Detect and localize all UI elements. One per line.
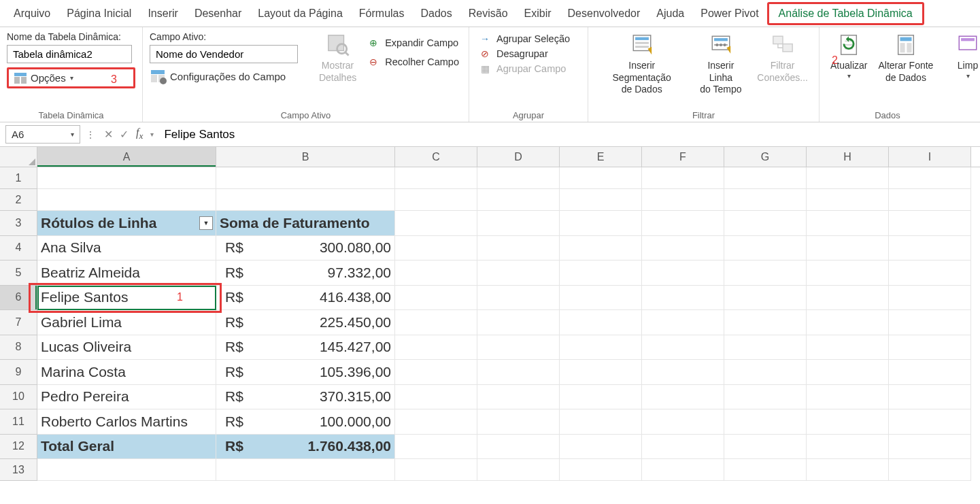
tab-powerpivot[interactable]: Power Pivot bbox=[692, 2, 766, 25]
pivot-row-value[interactable]: R$225.450,00 bbox=[216, 310, 395, 335]
tab-inicio[interactable]: Página Inicial bbox=[58, 2, 139, 25]
cell[interactable] bbox=[889, 286, 971, 311]
cell[interactable] bbox=[807, 261, 889, 286]
tab-exibir[interactable]: Exibir bbox=[516, 2, 560, 25]
pivot-row-name[interactable]: Marina Costa bbox=[37, 360, 216, 385]
cell[interactable] bbox=[395, 435, 477, 460]
cell[interactable] bbox=[37, 459, 216, 481]
pivot-row-value[interactable]: R$300.080,00 bbox=[216, 236, 395, 261]
cell[interactable] bbox=[889, 310, 971, 335]
row-header[interactable]: 4 bbox=[0, 236, 37, 261]
cell[interactable] bbox=[395, 236, 477, 261]
accept-formula-button[interactable]: ✓ bbox=[116, 128, 132, 141]
alterar-fonte-button[interactable]: Alterar Fonte de Dados bbox=[874, 31, 937, 85]
cell[interactable] bbox=[807, 459, 889, 481]
limpar-button[interactable]: Limp ▾ bbox=[962, 31, 973, 82]
cell[interactable] bbox=[477, 310, 560, 335]
col-header-E[interactable]: E bbox=[560, 147, 642, 167]
cell[interactable] bbox=[395, 310, 477, 335]
cell[interactable] bbox=[560, 286, 642, 311]
cell[interactable] bbox=[560, 435, 642, 460]
pivot-row-name[interactable]: Beatriz Almeida bbox=[37, 261, 216, 286]
config-campo-button[interactable]: Configurações do Campo bbox=[150, 67, 287, 85]
cell[interactable] bbox=[807, 236, 889, 261]
cell[interactable] bbox=[889, 261, 971, 286]
pivot-row-value[interactable]: R$97.332,00 bbox=[216, 261, 395, 286]
fx-icon[interactable]: fx bbox=[132, 127, 147, 141]
tab-desenvolvedor[interactable]: Desenvolvedor bbox=[560, 2, 649, 25]
tab-desenhar[interactable]: Desenhar bbox=[186, 2, 250, 25]
cell[interactable] bbox=[724, 286, 807, 311]
cell[interactable] bbox=[724, 409, 807, 435]
col-header-G[interactable]: G bbox=[724, 147, 807, 167]
cell[interactable] bbox=[724, 360, 807, 385]
tab-ajuda[interactable]: Ajuda bbox=[648, 2, 692, 25]
cell[interactable] bbox=[642, 286, 724, 311]
col-header-A[interactable]: A bbox=[37, 147, 216, 167]
pivot-row-name[interactable]: Roberto Carlos Martins bbox=[37, 409, 216, 435]
cell[interactable] bbox=[37, 167, 216, 189]
chevron-down-icon[interactable]: ▾ bbox=[71, 131, 74, 138]
cell[interactable] bbox=[807, 167, 889, 189]
filter-dropdown-button[interactable]: ▼ bbox=[199, 216, 213, 230]
cell[interactable] bbox=[724, 211, 807, 236]
cell[interactable] bbox=[477, 286, 560, 311]
cell[interactable] bbox=[560, 409, 642, 435]
row-header[interactable]: 13 bbox=[0, 459, 37, 481]
row-header[interactable]: 12 bbox=[0, 435, 37, 460]
pivot-header-soma[interactable]: Soma de Faturamento bbox=[216, 211, 395, 236]
cell[interactable] bbox=[724, 189, 807, 211]
pivot-total-label[interactable]: Total Geral bbox=[37, 435, 216, 460]
cell[interactable] bbox=[395, 189, 477, 211]
cell[interactable] bbox=[560, 167, 642, 189]
cell[interactable] bbox=[642, 211, 724, 236]
cell[interactable] bbox=[560, 189, 642, 211]
row-header[interactable]: 8 bbox=[0, 335, 37, 360]
cell[interactable] bbox=[642, 167, 724, 189]
inserir-linha-tempo-button[interactable]: Inserir Linha do Tempo bbox=[691, 31, 750, 97]
row-header[interactable]: 11 bbox=[0, 409, 37, 435]
desagrupar-button[interactable]: ⊘ Desagrupar bbox=[476, 46, 581, 61]
pivot-row-name-selected[interactable]: Felipe Santos bbox=[37, 286, 216, 311]
col-header-I[interactable]: I bbox=[889, 147, 971, 167]
formula-input[interactable] bbox=[157, 125, 975, 144]
pivot-row-value[interactable]: R$100.000,00 bbox=[216, 409, 395, 435]
name-box[interactable]: A6 ▾ bbox=[5, 125, 80, 144]
cell[interactable] bbox=[477, 211, 560, 236]
cell[interactable] bbox=[477, 261, 560, 286]
cell[interactable] bbox=[807, 189, 889, 211]
row-header[interactable]: 3 bbox=[0, 211, 37, 236]
cell[interactable] bbox=[642, 335, 724, 360]
cell[interactable] bbox=[807, 409, 889, 435]
cell[interactable] bbox=[395, 335, 477, 360]
cell[interactable] bbox=[560, 360, 642, 385]
cell[interactable] bbox=[642, 360, 724, 385]
cell[interactable] bbox=[395, 261, 477, 286]
row-header[interactable]: 10 bbox=[0, 385, 37, 410]
cell[interactable] bbox=[477, 189, 560, 211]
cell[interactable] bbox=[216, 167, 395, 189]
cell[interactable] bbox=[395, 459, 477, 481]
cell[interactable] bbox=[477, 409, 560, 435]
cell[interactable] bbox=[724, 236, 807, 261]
inserir-segmentacao-button[interactable]: Inserir Segmentação de Dados bbox=[595, 31, 688, 97]
cell[interactable] bbox=[889, 335, 971, 360]
cell[interactable] bbox=[642, 310, 724, 335]
cell[interactable] bbox=[642, 261, 724, 286]
cell[interactable] bbox=[807, 335, 889, 360]
row-header[interactable]: 1 bbox=[0, 167, 37, 189]
nome-tabela-input[interactable] bbox=[7, 45, 132, 63]
cell[interactable] bbox=[216, 189, 395, 211]
pivot-row-value[interactable]: R$105.396,00 bbox=[216, 360, 395, 385]
expandir-campo-button[interactable]: ⊕ Expandir Campo bbox=[365, 35, 462, 50]
pivot-row-name[interactable]: Pedro Pereira bbox=[37, 385, 216, 410]
row-header[interactable]: 5 bbox=[0, 261, 37, 286]
cell[interactable] bbox=[724, 167, 807, 189]
cell[interactable] bbox=[889, 435, 971, 460]
cell[interactable] bbox=[560, 211, 642, 236]
cell[interactable] bbox=[807, 435, 889, 460]
tab-revisao[interactable]: Revisão bbox=[460, 2, 516, 25]
cell[interactable] bbox=[807, 360, 889, 385]
cell[interactable] bbox=[889, 459, 971, 481]
cell[interactable] bbox=[477, 167, 560, 189]
